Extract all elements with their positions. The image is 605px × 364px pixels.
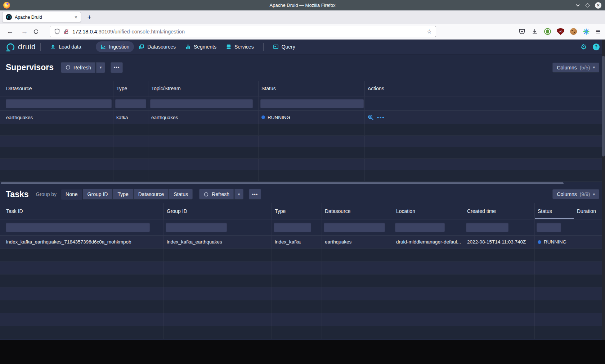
column-header[interactable]: Status	[259, 81, 365, 96]
empty-row	[0, 249, 605, 261]
more-icon: •••	[252, 192, 258, 197]
filter-input-location[interactable]	[395, 223, 445, 232]
cell-created-time[interactable]: 2022-08-15T14:11:03.740Z	[464, 236, 535, 248]
chevron-down-icon: ▾	[593, 65, 595, 70]
supervisors-refresh-caret[interactable]: ▾	[96, 62, 105, 73]
help-icon[interactable]: ?	[593, 44, 600, 50]
cell-type[interactable]: index_kafka	[272, 236, 322, 248]
cell-topic[interactable]: earthquakes	[148, 111, 259, 124]
druid-logo[interactable]: druid	[5, 42, 36, 51]
column-header[interactable]: Datasource	[0, 81, 113, 96]
browser-tab[interactable]: Apache Druid ×	[2, 12, 81, 22]
columns-count: (9/9)	[580, 191, 590, 197]
search-details-icon[interactable]	[368, 114, 374, 120]
group-by-none[interactable]: None	[61, 189, 82, 200]
horizontal-scrollbar[interactable]	[0, 182, 605, 185]
column-header[interactable]: Type	[113, 81, 148, 96]
column-header[interactable]: Type	[272, 203, 322, 219]
column-header[interactable]: Duration	[574, 203, 605, 219]
cell-task-id[interactable]: index_kafka_earthquakes_7184357396d6c0a_…	[0, 236, 164, 248]
tasks-refresh-caret[interactable]: ▾	[234, 189, 243, 200]
filter-input-datasource[interactable]	[6, 99, 112, 108]
filter-input-status[interactable]	[537, 223, 561, 232]
column-header[interactable]: Location	[393, 203, 464, 219]
group-by-status[interactable]: Status	[169, 189, 193, 200]
supervisors-more-button[interactable]: •••	[111, 62, 123, 73]
menu-icon[interactable]: ≡	[596, 28, 600, 36]
column-header[interactable]: Group ID	[164, 203, 272, 219]
cell-status[interactable]: RUNNING	[535, 236, 574, 248]
scrollbar-thumb[interactable]	[1, 182, 564, 184]
gear-icon[interactable]: ⚙	[581, 42, 587, 51]
supervisors-refresh-button[interactable]: Refresh	[61, 62, 95, 73]
cell-datasource[interactable]: earthquakes	[322, 236, 393, 248]
back-icon[interactable]: ←	[6, 28, 14, 36]
nav-item-segments[interactable]: Segments	[180, 41, 221, 52]
cell-group-id[interactable]: index_kafka_earthquakes	[164, 236, 272, 248]
minimize-icon[interactable]	[575, 4, 580, 7]
tasks-more-button[interactable]: •••	[249, 189, 261, 200]
nav-separator	[40, 43, 41, 51]
nav-item-load-data[interactable]: Load data	[45, 41, 86, 52]
scrollbar-thumb[interactable]	[602, 56, 605, 156]
filter-input-datasource[interactable]	[324, 223, 385, 232]
group-by-group-id[interactable]: Group ID	[83, 189, 113, 200]
filter-input-status[interactable]	[260, 99, 364, 108]
shield-icon[interactable]	[54, 28, 60, 35]
cookie-addon-icon[interactable]	[570, 28, 577, 35]
column-header[interactable]: Created time	[464, 203, 535, 219]
nav-item-query[interactable]: Query	[268, 41, 300, 52]
supervisors-columns-button[interactable]: Columns (5/5) ▾	[552, 63, 599, 73]
cell-type[interactable]: kafka	[113, 111, 148, 124]
lock-insecure-icon[interactable]	[63, 29, 69, 35]
refresh-label: Refresh	[73, 65, 91, 70]
url-bar[interactable]: 172.18.0.4:30109/unified-console.html#in…	[50, 26, 436, 37]
column-header-sorted[interactable]: Status	[535, 203, 574, 219]
cell-location[interactable]: druid-middlemanager-defaul...	[393, 236, 464, 248]
tasks-columns-button[interactable]: Columns (9/9) ▾	[552, 189, 599, 199]
ublock-icon[interactable]: uO	[557, 28, 564, 35]
nav-item-ingestion[interactable]: Ingestion	[96, 41, 134, 52]
column-header[interactable]: Actions	[365, 81, 605, 96]
columns-count: (5/5)	[580, 65, 590, 70]
group-by-type[interactable]: Type	[113, 189, 133, 200]
column-header[interactable]: Topic/Stream	[148, 81, 259, 96]
nav-item-label: Load data	[59, 44, 81, 50]
reload-icon[interactable]	[33, 29, 42, 35]
filter-input-topic[interactable]	[150, 99, 253, 108]
more-actions-icon[interactable]: •••	[377, 114, 385, 120]
vertical-scrollbar[interactable]	[602, 40, 605, 340]
tasks-refresh-button[interactable]: Refresh	[199, 189, 234, 200]
url-text[interactable]: 172.18.0.4:30109/unified-console.html#in…	[72, 29, 185, 35]
close-icon[interactable]: ×	[595, 2, 601, 9]
column-header[interactable]: Task ID	[0, 203, 164, 219]
new-tab-button[interactable]: +	[84, 12, 95, 23]
window-titlebar: Apache Druid — Mozilla Firefox ×	[0, 0, 605, 10]
pocket-icon[interactable]	[519, 28, 525, 35]
download-icon[interactable]	[532, 28, 538, 35]
url-host: 172.18.0.4	[72, 29, 97, 35]
tasks-header: Tasks Group by None Group ID Type Dataso…	[0, 185, 605, 203]
cell-status[interactable]: RUNNING	[259, 111, 365, 124]
addon-asterisk-icon[interactable]	[583, 28, 590, 35]
maximize-icon[interactable]	[585, 3, 590, 8]
filter-input-task-id[interactable]	[6, 223, 150, 232]
nav-item-services[interactable]: Services	[221, 41, 259, 52]
nav-item-label: Services	[234, 44, 254, 50]
filter-input-type[interactable]	[274, 223, 311, 232]
filter-input-type[interactable]	[115, 99, 146, 108]
supervisor-row[interactable]: earthquakes kafka earthquakes RUNNING ••…	[0, 111, 605, 124]
forward-icon[interactable]: →	[20, 28, 29, 36]
tab-close-icon[interactable]: ×	[75, 14, 77, 20]
privacy-badger-icon[interactable]	[544, 28, 551, 35]
load-data-icon	[50, 44, 56, 50]
task-row[interactable]: index_kafka_earthquakes_7184357396d6c0a_…	[0, 236, 605, 249]
bookmark-star-icon[interactable]: ☆	[427, 28, 432, 35]
filter-input-group-id[interactable]	[166, 223, 227, 232]
nav-item-datasources[interactable]: Datasources	[134, 41, 180, 52]
cell-datasource[interactable]: earthquakes	[0, 111, 113, 124]
nav-item-label: Ingestion	[109, 44, 130, 50]
filter-input-created-time[interactable]	[466, 223, 508, 232]
group-by-datasource[interactable]: Datasource	[134, 189, 169, 200]
column-header[interactable]: Datasource	[322, 203, 393, 219]
